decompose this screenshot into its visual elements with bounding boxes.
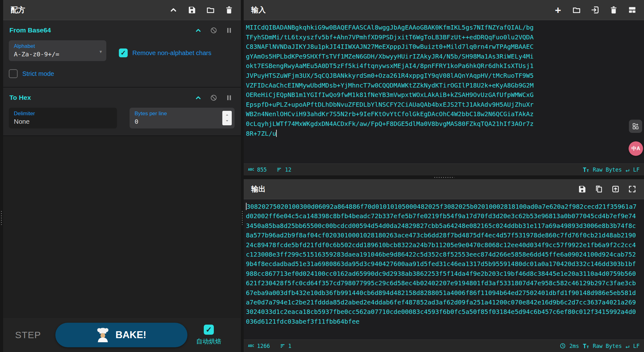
operation-from-base64[interactable]: From Base64 Alphabet A-Za-z0-9+/= xyxy=(3,20,241,88)
char-count-value: 1266 xyxy=(257,343,270,349)
code-line: d02002ff6e04c5ca148398c8bfb4beadc72b337e… xyxy=(246,211,643,221)
chef-icon xyxy=(97,328,109,342)
clear-recipe-trash-icon[interactable] xyxy=(225,6,233,14)
input-line-count: 12 xyxy=(277,167,291,173)
op-name: To Hex xyxy=(9,94,31,101)
collapse-recipe-icon[interactable] xyxy=(169,6,178,14)
input-pane: 输入 + MIICdQIBADANBg xyxy=(244,0,644,175)
io-column: 输入 + MIICdQIBADANBg xyxy=(244,0,644,352)
code-line: 30820275020100300d06092a864886f70d010101… xyxy=(246,202,643,211)
collapse-op-icon[interactable] xyxy=(195,94,202,101)
strict-mode-label: Strict mode xyxy=(22,70,54,77)
recipe-io-splitter[interactable] xyxy=(241,0,244,352)
step-button[interactable]: STEP xyxy=(15,330,41,340)
line-count-value: 12 xyxy=(285,167,291,173)
recipe-panel: 配方 From Base64 xyxy=(3,0,241,352)
auto-bake-checkbox[interactable]: ✓ xyxy=(204,325,214,335)
operations-splitter-handle[interactable] xyxy=(1,210,3,225)
code-line: 8a577b96ad2b9f8af04cf0203010001028180263… xyxy=(246,230,643,240)
save-recipe-icon[interactable] xyxy=(188,6,196,14)
bytes-per-line-label: Bytes per line xyxy=(135,111,230,117)
character-encoding-icon[interactable]: Tт xyxy=(583,166,589,173)
open-file-folder-icon[interactable] xyxy=(572,6,581,14)
breakpoint-pause-icon[interactable] xyxy=(225,94,233,101)
spinner-down-icon[interactable]: ⌄ xyxy=(225,118,229,122)
eol-return-icon[interactable]: ↵ xyxy=(625,342,629,350)
input-eol-value[interactable]: LF xyxy=(633,167,640,173)
code-line: 988cc867713ef0d024100cc0162ad65990dc9d29… xyxy=(246,269,643,278)
eol-return-icon[interactable]: ↵ xyxy=(625,166,629,173)
bytes-per-line-value: 0 xyxy=(135,118,138,125)
output-footer-right: 2ms Tт Raw Bytes ↵ LF xyxy=(560,342,640,350)
add-input-tab-icon[interactable]: + xyxy=(554,6,562,14)
input-textarea[interactable]: MIICdQIBADANBgkqhkiG9w0BAQEFAASCAl8wggJb… xyxy=(244,20,644,163)
op-name: From Base64 xyxy=(9,26,51,34)
delimiter-select[interactable]: Delimiter None xyxy=(9,108,117,128)
output-char-count: ABC 1266 xyxy=(248,343,270,349)
remove-non-alphabet-label: Remove non-alphabet chars xyxy=(132,49,211,57)
save-output-icon[interactable] xyxy=(578,185,586,193)
input-char-count: ABC 855 xyxy=(248,167,267,173)
char-count-value: 855 xyxy=(257,167,267,173)
operations-strip xyxy=(0,0,3,352)
disable-op-icon[interactable] xyxy=(210,94,217,101)
splitter-handle[interactable] xyxy=(434,177,454,178)
delimiter-label: Delimiter xyxy=(14,111,112,117)
bytes-per-line-input[interactable]: Bytes per line 0 ⌃ ⌄ xyxy=(130,108,235,128)
code-line: JVPuyHTSZuWFjm3UX/5qCQJBANkkyrdSm0+Oza26… xyxy=(246,71,643,81)
input-output-splitter[interactable] xyxy=(244,175,644,179)
operation-to-hex[interactable]: To Hex Delimiter None xyxy=(3,88,241,136)
input-header: 输入 + xyxy=(244,0,644,20)
input-header-icons: + xyxy=(554,6,636,14)
disable-op-icon[interactable] xyxy=(210,27,217,34)
extension-grid-button[interactable] xyxy=(629,120,642,133)
line-count-value: 1 xyxy=(288,343,291,349)
clear-input-trash-icon[interactable] xyxy=(609,6,618,14)
collapse-op-icon[interactable] xyxy=(195,27,202,34)
output-eol-value[interactable]: LF xyxy=(633,343,640,349)
number-spinner[interactable]: ⌃ ⌄ xyxy=(222,111,232,125)
code-line: 621f230428f5fc0cd64f357cd798077995c29c6d… xyxy=(246,278,643,288)
splitter-handle[interactable] xyxy=(242,210,243,225)
load-recipe-folder-icon[interactable] xyxy=(206,6,215,14)
cyberchef-app: 配方 From Base64 xyxy=(0,0,644,352)
input-footer: ABC 855 12 Tт Raw Bytes ↵ LF xyxy=(244,163,644,175)
line-count-icon xyxy=(277,167,282,172)
open-folder-as-input-icon[interactable] xyxy=(591,6,599,14)
breakpoint-pause-icon[interactable] xyxy=(225,27,233,34)
char-count-icon: ABC xyxy=(248,168,254,171)
code-line: gYAmOs5HPLbdKPe9SHXfTsTVf1MZeN6GDH/Xbwyy… xyxy=(246,52,643,61)
character-encoding-icon[interactable]: Tт xyxy=(583,343,589,349)
alphabet-select[interactable]: Alphabet A-Za-z0-9+/= ▾ xyxy=(9,40,106,61)
code-line: 0cLqyhjLWTf74MxWKgdxDN4ACDxFk/aw/FpQ+F8D… xyxy=(246,119,643,129)
copy-output-icon[interactable] xyxy=(595,185,603,193)
strict-mode-row: Strict mode xyxy=(3,68,241,87)
op-title-row: To Hex xyxy=(3,88,241,103)
translate-icon: 中A xyxy=(631,145,640,152)
alphabet-label: Alphabet xyxy=(14,43,101,49)
output-to-input-icon[interactable] xyxy=(611,185,620,193)
output-line-count: 1 xyxy=(280,343,291,349)
code-line: VZFIDcAaChcEINMywUbdMDsb+YjMhncT7w0CQQDM… xyxy=(246,81,643,90)
translate-button[interactable]: 中A xyxy=(629,141,643,156)
remove-non-alphabet-checkbox[interactable]: ✓ xyxy=(119,48,128,57)
bake-controls: STEP BAKE! ✓ 自动烘焙 xyxy=(3,318,241,352)
code-line: okt7ESBengRwyAaMEu5A0DT5zFf5ki4ftqnywsxM… xyxy=(246,61,643,71)
toggle-layout-icon[interactable] xyxy=(628,6,636,14)
remove-non-alphabet-row: ✓ Remove non-alphabet chars xyxy=(119,48,211,57)
alphabet-value: A-Za-z0-9+/= xyxy=(14,50,59,58)
code-line: EpspfD+uPLZ+upoAPftDLhDbNvuZFEDLbYlNSCFY… xyxy=(246,100,643,110)
output-encoding-value[interactable]: Raw Bytes xyxy=(593,343,622,349)
maximize-output-icon[interactable] xyxy=(628,185,636,193)
input-footer-right: Tт Raw Bytes ↵ LF xyxy=(583,166,640,173)
bake-time-value: 2ms xyxy=(569,343,579,349)
strict-mode-checkbox[interactable] xyxy=(9,69,18,78)
delimiter-value: None xyxy=(14,118,30,125)
input-encoding-value[interactable]: Raw Bytes xyxy=(593,167,622,173)
char-count-icon: ABC xyxy=(248,344,254,348)
recipe-empty-area[interactable] xyxy=(3,136,241,318)
output-header-icons xyxy=(578,185,636,193)
output-textarea[interactable]: 30820275020100300d06092a864886f70d010101… xyxy=(244,199,644,339)
bake-button[interactable]: BAKE! xyxy=(55,323,187,347)
code-line: 3450a85ba8d25bb65500c00bcdcd00594d54d0da… xyxy=(246,221,643,230)
